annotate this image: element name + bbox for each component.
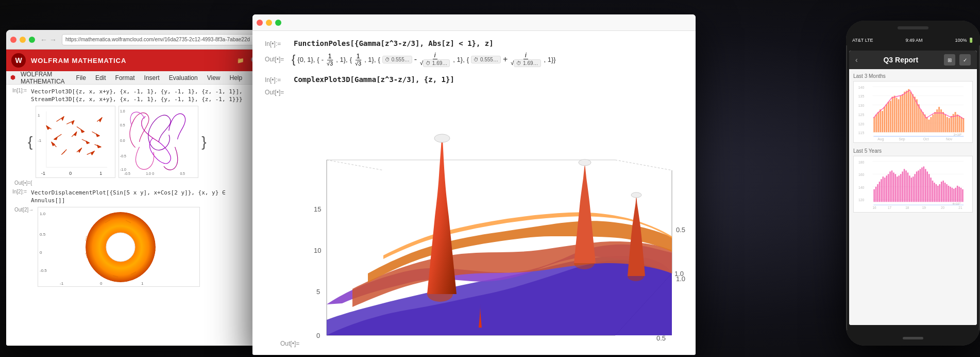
center-close-button[interactable]	[257, 20, 263, 26]
center-in2-code: ComplexPlot3D[Gamma[z^3-z/3], {z, 1}]	[294, 75, 454, 84]
svg-rect-126	[918, 104, 920, 132]
svg-rect-210	[957, 186, 958, 202]
svg-rect-188	[918, 170, 919, 202]
svg-rect-148	[962, 118, 964, 133]
url-bar[interactable]: https://mathematica.wolframcloud.com/env…	[62, 34, 258, 45]
url-text: https://mathematica.wolframcloud.com/env…	[65, 37, 250, 42]
svg-rect-196	[932, 181, 933, 202]
svg-text:0.5: 0.5	[120, 123, 125, 127]
svg-text:1.0: 1.0	[146, 172, 151, 175]
out2-label: Out[2]→	[14, 207, 33, 213]
svg-rect-211	[958, 187, 959, 202]
svg-rect-178	[900, 174, 901, 202]
chart1-title: Last 3 Months	[853, 73, 973, 79]
center-minimize-button[interactable]	[266, 20, 272, 26]
cell1-label: In[1]:=	[12, 88, 27, 93]
stream-plot3d: 1.0 0.5 0.0 -0.5 -1.0 -0.5 0 0.5 1.0	[119, 106, 198, 178]
menu-edit[interactable]: Edit	[91, 73, 110, 83]
svg-rect-197	[934, 183, 935, 202]
menu-format[interactable]: Format	[111, 73, 139, 83]
svg-rect-177	[899, 175, 900, 202]
cloud-folder-icon[interactable]: 📁	[237, 57, 244, 64]
phone-back-icon[interactable]: ‹	[855, 56, 858, 64]
svg-text:140: 140	[858, 186, 865, 189]
svg-rect-202	[942, 181, 943, 202]
svg-rect-130	[926, 117, 928, 133]
svg-text:0.0: 0.0	[120, 139, 125, 142]
svg-text:Sep: Sep	[899, 137, 905, 141]
phone-content: Last 3 Months 140 135 130 1	[849, 69, 977, 325]
phone-grid-icon[interactable]: ⊞	[944, 54, 955, 66]
svg-rect-105	[875, 115, 877, 132]
back-arrow-icon[interactable]: ←	[40, 36, 47, 44]
svg-text:0: 0	[40, 250, 42, 255]
svg-rect-207	[952, 188, 953, 202]
torus-plot: 1.0 0.5 0 -0.5 -1 0 1	[38, 207, 200, 287]
svg-text:0: 0	[70, 171, 72, 176]
center-out1-label: Out[•]=	[265, 56, 288, 63]
svg-text:0.5: 0.5	[676, 226, 685, 234]
svg-rect-146	[959, 116, 960, 132]
window-center: In[•]:= FunctionPoles[{Gamma[z^3-z/3], A…	[252, 14, 696, 355]
phone-nav-bar: ‹ Q3 Report ⊞ ✓	[849, 51, 977, 69]
svg-rect-123	[912, 94, 914, 133]
svg-rect-110	[886, 104, 887, 132]
svg-rect-209	[955, 188, 956, 202]
svg-point-80	[579, 159, 591, 166]
svg-rect-124	[914, 97, 916, 133]
svg-rect-165	[877, 184, 878, 202]
svg-rect-181	[905, 170, 906, 202]
svg-rect-128	[922, 112, 924, 132]
svg-text:1: 1	[141, 281, 144, 286]
center-in2-label: In[•]:=	[265, 76, 291, 84]
svg-text:135: 135	[858, 94, 865, 98]
svg-rect-109	[884, 107, 885, 132]
svg-rect-213	[962, 189, 963, 202]
svg-point-82	[631, 192, 641, 198]
svg-rect-176	[897, 176, 898, 202]
svg-rect-136	[938, 107, 940, 132]
phone-status-bar: AT&T LTE 9:49 AM 100% 🔋	[846, 35, 980, 45]
svg-text:-0.5: -0.5	[124, 172, 130, 175]
forward-arrow-icon[interactable]: →	[49, 36, 57, 44]
close-button[interactable]	[10, 37, 16, 43]
center-maximize-button[interactable]	[275, 20, 281, 26]
menu-view[interactable]: View	[203, 73, 225, 83]
svg-text:0: 0	[316, 332, 320, 339]
svg-text:Out[•]=: Out[•]=	[280, 340, 299, 347]
cell1-input: In[1]:= VectorPlot3D[{z, x, x+y}, {x, -1…	[12, 88, 258, 104]
svg-text:Oct: Oct	[923, 137, 929, 141]
phone-check-icon[interactable]: ✓	[959, 54, 971, 66]
svg-rect-133	[932, 115, 934, 132]
svg-rect-195	[930, 177, 931, 202]
svg-text:21: 21	[958, 206, 962, 209]
svg-rect-205	[948, 186, 949, 202]
minimize-button[interactable]	[20, 37, 26, 43]
window-left: ← → https://mathematica.wolframcloud.com…	[6, 30, 264, 346]
torus-area: Out[2]→ 1.0 0.5 0 -0.5 -1 0 1	[12, 207, 258, 287]
center-notebook-header	[252, 14, 696, 31]
svg-text:0: 0	[153, 172, 155, 175]
phone-screen: ‹ Q3 Report ⊞ ✓ Last 3 Months	[849, 51, 977, 325]
maximize-button[interactable]	[29, 37, 35, 43]
svg-rect-122	[910, 92, 911, 133]
svg-text:10: 10	[314, 247, 321, 254]
menu-insert[interactable]: Insert	[140, 73, 164, 83]
menu-evaluation[interactable]: Evaluation	[165, 73, 202, 83]
svg-rect-132	[930, 117, 932, 133]
svg-text:1: 1	[38, 112, 40, 117]
svg-rect-127	[920, 109, 922, 132]
svg-rect-168	[883, 176, 884, 202]
svg-text:Aug: Aug	[877, 137, 884, 141]
menu-help[interactable]: Help	[225, 73, 246, 83]
svg-rect-112	[890, 101, 891, 132]
center-cell2-input: In[•]:= ComplexPlot3D[Gamma[z^3-z/3], {z…	[265, 75, 683, 84]
svg-rect-184	[911, 177, 912, 202]
chart1-section: Last 3 Months 140 135 130 1	[853, 73, 973, 143]
svg-text:1.0: 1.0	[120, 109, 125, 113]
sidebar-label-vectors: WOLFRAM MATHEMATICA	[21, 71, 65, 85]
menu-file[interactable]: File	[72, 73, 90, 83]
menu-bar: ⬢ WOLFRAM MATHEMATICA File Edit Format I…	[6, 71, 264, 85]
svg-text:115: 115	[858, 131, 865, 135]
chart2-area: 180 160 140 120	[853, 156, 973, 213]
